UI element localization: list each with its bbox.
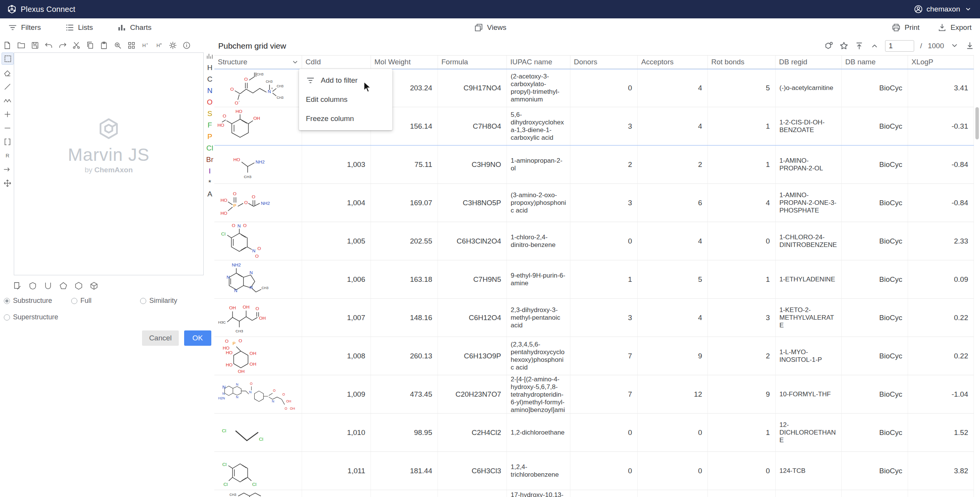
redo-button[interactable] <box>57 39 68 51</box>
menu-item-edit-columns[interactable]: Edit columns <box>299 90 392 109</box>
template-library-button[interactable] <box>11 280 23 291</box>
save-button[interactable] <box>29 39 41 51</box>
drawing-canvas[interactable]: Marvin JS by ChemAxon <box>14 52 204 275</box>
structure-thumbnail: Cl N OO N OO <box>214 222 302 260</box>
search-mode-similarity[interactable]: Similarity <box>140 297 203 305</box>
element-i[interactable]: I <box>209 167 211 175</box>
table-row[interactable]: Cl Cl Cl 1,011181.44C6H3Cl31,2,4-trichlo… <box>214 452 974 490</box>
template-cup-button[interactable] <box>42 280 54 291</box>
column-header-mol-weight[interactable]: Mol Weight <box>371 56 438 69</box>
element-c[interactable]: C <box>207 75 212 83</box>
reaction-arrow-button[interactable] <box>2 163 13 175</box>
bracket-tool-button[interactable] <box>2 136 13 147</box>
move-tool-button[interactable] <box>2 177 13 189</box>
table-row[interactable]: Cl Cl 1,01098.95C2H4Cl21,2-dichloroethan… <box>214 414 974 452</box>
eraser-tool-button[interactable] <box>2 67 13 78</box>
column-header-formula[interactable]: Formula <box>438 56 507 69</box>
element-h[interactable]: H <box>207 64 212 72</box>
editor-info-button[interactable] <box>181 39 192 51</box>
undo-button[interactable] <box>43 39 54 51</box>
align-button[interactable] <box>126 39 137 51</box>
ok-button[interactable]: OK <box>184 330 211 346</box>
implicit-hydrogen-icon: H <box>155 41 163 50</box>
element-f[interactable]: F <box>207 121 212 129</box>
menu-item-label: Freeze column <box>306 114 354 123</box>
cell-xlogp: 3.41 <box>908 69 974 107</box>
column-header-rot-bonds[interactable]: Rot bonds <box>708 56 776 69</box>
search-mode-full[interactable]: Full <box>71 297 140 305</box>
selection-tool-button[interactable] <box>2 52 14 65</box>
template-cyclopentadiene-button[interactable] <box>27 280 38 291</box>
views-button[interactable]: Views <box>474 23 506 33</box>
column-header-iupac-name[interactable]: IUPAC name <box>507 56 570 69</box>
grid-scrollbar[interactable] <box>975 105 979 497</box>
element-br[interactable]: Br <box>206 155 214 163</box>
chain-tool-button[interactable] <box>2 95 13 106</box>
charge-minus-button[interactable] <box>2 122 13 134</box>
column-header-donors[interactable]: Donors <box>570 56 638 69</box>
cell-iupac: 17-hydroxy-10,13-dimethyl- <box>507 490 570 497</box>
implicit-hydrogen-button[interactable]: H <box>153 39 165 51</box>
element-a[interactable]: A <box>207 190 212 198</box>
column-header-cdid[interactable]: CdId <box>302 56 371 69</box>
export-button[interactable]: Export <box>937 23 972 33</box>
column-header-acceptors[interactable]: Acceptors <box>638 56 708 69</box>
template-cube-button[interactable] <box>88 280 100 291</box>
cell-db_name: BioCyc <box>842 146 908 183</box>
column-header-db-regid[interactable]: DB regid <box>776 56 842 69</box>
open-button[interactable] <box>15 39 27 51</box>
search-mode-superstructure[interactable]: Superstructure <box>4 313 71 321</box>
cut-button[interactable] <box>70 39 82 51</box>
column-header-db-name[interactable]: DB name <box>842 56 908 69</box>
page-input[interactable] <box>885 40 914 52</box>
column-menu-caret-icon[interactable] <box>291 58 299 66</box>
last-page-icon[interactable] <box>965 41 975 51</box>
template-cyclopentane-button[interactable] <box>57 280 69 291</box>
editor-settings-button[interactable] <box>167 39 178 51</box>
element-s[interactable]: S <box>207 110 212 118</box>
menu-item-freeze-column[interactable]: Freeze column <box>299 109 392 128</box>
table-row[interactable]: NN NN H2N N O O N OOH OOH 1,009473.45C20… <box>214 375 974 414</box>
first-page-icon[interactable] <box>854 41 864 51</box>
table-row[interactable]: HO NH2 CH3 1,00375.11C3H9NO1-aminopropan… <box>214 146 974 184</box>
element-any[interactable]: * <box>208 178 211 186</box>
new-document-button[interactable] <box>2 39 13 51</box>
charge-plus-button[interactable] <box>2 108 13 120</box>
table-row[interactable]: NN NN NH2 CH3 1,006163.18C7H9N59-ethyl-9… <box>214 260 974 299</box>
favorite-star-icon[interactable] <box>839 41 849 51</box>
menu-item-add-to-filter[interactable]: Add to filter <box>299 71 392 90</box>
element-p[interactable]: P <box>207 132 212 141</box>
print-button[interactable]: Print <box>891 23 920 33</box>
user-menu[interactable]: chemaxon <box>913 4 973 14</box>
zoom-button[interactable] <box>112 39 123 51</box>
lists-button[interactable]: Lists <box>65 23 93 33</box>
structure-display-icon[interactable] <box>824 41 833 51</box>
element-cl[interactable]: Cl <box>206 144 213 152</box>
column-header-structure[interactable]: Structure <box>214 56 302 69</box>
search-mode-substructure[interactable]: Substructure <box>4 297 71 305</box>
svg-text:CH3: CH3 <box>235 329 243 333</box>
element-n[interactable]: N <box>207 87 212 95</box>
element-o[interactable]: O <box>207 98 213 106</box>
cancel-button[interactable]: Cancel <box>142 330 178 346</box>
rgroup-tool-button[interactable]: R <box>2 150 13 161</box>
table-row[interactable]: P OOHO OHOH OHHOHO 1,008260.13C6H13O9P(2… <box>214 337 974 375</box>
add-hydrogen-button[interactable]: H+ <box>139 39 151 51</box>
filters-button[interactable]: Filters <box>8 23 41 33</box>
column-header-xlogp[interactable]: XLogP <box>908 56 974 69</box>
previous-page-icon[interactable] <box>870 41 879 51</box>
table-row[interactable]: P HO HO O O O NH2 1,004169.07C3H8NO5P(3-… <box>214 184 974 222</box>
periodic-table-icon[interactable] <box>206 52 214 60</box>
template-cyclohexane-button[interactable] <box>73 280 84 291</box>
table-row[interactable]: Cl N OO N OO 1,005202.55C6H3ClN2O41-chlo… <box>214 222 974 260</box>
cell-db_regid: 124-TCB <box>776 452 842 490</box>
table-row[interactable]: H3C OH OH OOH CH3 1,007148.16C6H12O42,3-… <box>214 299 974 337</box>
table-row[interactable]: CH3 17-hydroxy-10,13-dimethyl- <box>214 490 974 497</box>
bond-tool-button[interactable] <box>2 81 13 92</box>
charts-button[interactable]: Charts <box>117 23 152 33</box>
next-page-icon[interactable] <box>950 41 959 51</box>
paste-button[interactable] <box>98 39 109 51</box>
scrollbar-thumb[interactable] <box>975 107 979 139</box>
copy-button[interactable] <box>84 39 96 51</box>
top-app-bar: Plexus Connect chemaxon <box>0 0 980 18</box>
